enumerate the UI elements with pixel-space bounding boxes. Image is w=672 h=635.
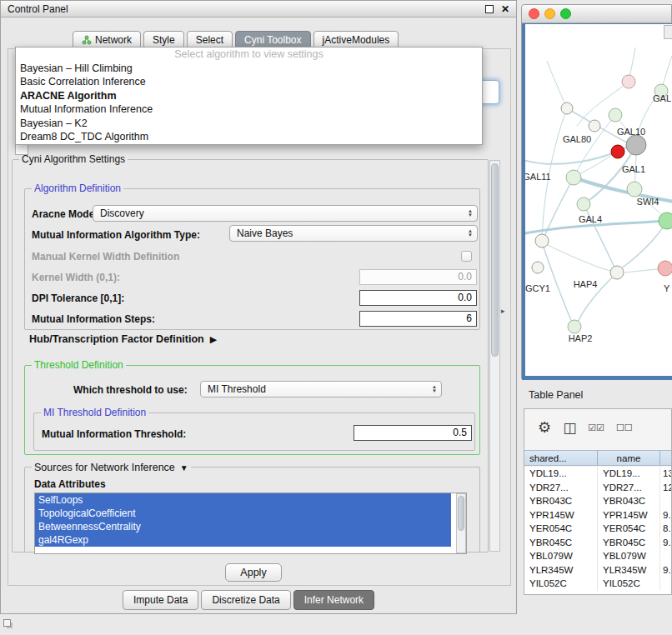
menu-item[interactable]: Bayesian – Hill Climbing (16, 62, 482, 76)
splitter-arrow-icon[interactable]: ▸ (501, 307, 505, 315)
network-node[interactable] (622, 75, 635, 88)
settings-scrollbar[interactable] (489, 160, 500, 552)
network-node[interactable] (577, 198, 590, 211)
tab-discretize-data[interactable]: Discretize Data (201, 590, 290, 610)
select-all-checks-icon[interactable]: ☑☑ (588, 422, 604, 433)
table-row[interactable]: YBR045C YBR045C 9. (524, 536, 672, 550)
mi-algorithm-type-select[interactable]: Naive Bayes ▲▼ (229, 225, 478, 242)
which-threshold-select[interactable]: MI Threshold ▲▼ (200, 381, 442, 398)
control-panel-titlebar[interactable]: Control Panel ✕ (1, 1, 516, 18)
network-graph[interactable]: GAL80 GAL10 GAL1 GAL11 SWI4 GAL4 GCY1 HA… (525, 24, 672, 376)
tab-impute-data[interactable]: Impute Data (123, 590, 198, 610)
list-item[interactable]: TopologicalCoefficient (35, 507, 451, 520)
zoom-traffic-light[interactable] (560, 8, 571, 19)
table-row[interactable]: YDR27... YDR27... 12 (524, 481, 672, 495)
close-icon[interactable]: ✕ (501, 4, 509, 14)
canvas-scrollbar-button[interactable] (664, 25, 672, 39)
network-node-labels: GAL80 GAL10 GAL1 GAL11 SWI4 GAL4 GCY1 HA… (525, 93, 671, 343)
list-item[interactable]: BetweennessCentrality (35, 520, 451, 533)
network-node[interactable] (568, 320, 581, 333)
desktop: Control Panel ✕ Network Style Se (0, 0, 672, 635)
menu-item[interactable]: Mutual Information Inference (16, 102, 482, 117)
columns-icon[interactable]: ◫ (563, 419, 576, 437)
network-node[interactable] (532, 262, 544, 273)
table-panel: Table Panel ⚙ ◫ ☑☑ ☐☐ shared... name YDL… (521, 385, 672, 612)
cell-value (660, 549, 672, 563)
column-header[interactable]: shared... (524, 451, 598, 465)
menu-item[interactable]: Basic Correlation Inference (16, 75, 482, 89)
mi-steps-label: Mutual Information Steps: (32, 312, 155, 326)
table-header-row: shared... name (524, 450, 672, 466)
node-label: GAL80 (563, 134, 591, 144)
combo-arrows-icon: ▲▼ (468, 229, 473, 238)
table-row[interactable]: YIL052C YIL052C (524, 577, 672, 591)
table-toolbar: ⚙ ◫ ☑☑ ☐☐ (524, 409, 672, 446)
cell-value: 9. (660, 563, 672, 578)
kernel-width-input[interactable] (359, 269, 477, 285)
mi-steps-input[interactable] (359, 311, 477, 327)
network-node[interactable] (610, 266, 624, 279)
network-node[interactable] (589, 120, 600, 132)
tab-label: jActiveModules (323, 34, 390, 46)
tab-label: Style (153, 34, 175, 46)
table-row[interactable]: YPR145W YPR145W 9. (524, 508, 672, 522)
network-window-titlebar[interactable] (522, 5, 671, 23)
cyni-algorithm-settings-group: Cyni Algorithm Settings Algorithm Defini… (12, 159, 489, 552)
network-node-highlighted[interactable] (611, 145, 624, 158)
node-label: GAL10 (617, 127, 645, 137)
manual-kernel-width-checkbox[interactable] (461, 251, 472, 262)
menu-item-selected[interactable]: ARACNE Algorithm (16, 89, 482, 103)
table-row[interactable]: YDL19... YDL19... 13 (524, 467, 672, 481)
cell-name: YER054C (598, 522, 660, 536)
close-traffic-light[interactable] (529, 8, 539, 19)
network-canvas[interactable]: GAL80 GAL10 GAL1 GAL11 SWI4 GAL4 GCY1 HA… (525, 24, 672, 376)
list-item[interactable]: gal4RGexp (35, 533, 451, 547)
table-row[interactable]: YBL079W YBL079W (524, 549, 672, 563)
column-header[interactable] (660, 451, 672, 465)
settings-scrollbar-thumb[interactable] (491, 163, 499, 357)
float-window-icon[interactable] (485, 5, 494, 13)
menu-item[interactable]: Dream8 DC_TDC Algorithm (16, 130, 482, 144)
menu-item[interactable]: Bayesian – K2 (16, 117, 482, 131)
group-title: Threshold Definition (32, 359, 126, 372)
hidden-widget-fragment (15, 143, 28, 155)
hub-tf-section-toggle[interactable]: Hub/Transcription Factor Definition ▶ (29, 332, 217, 346)
network-node[interactable] (535, 234, 549, 248)
list-item[interactable]: SelfLoops (35, 493, 451, 507)
table-row[interactable]: YLR345W YLR345W 9. (524, 563, 672, 578)
data-attributes-list[interactable]: SelfLoops TopologicalCoefficient Between… (34, 492, 467, 554)
aracne-mode-select[interactable]: Discovery ▲▼ (93, 205, 478, 222)
tab-label: Network (95, 34, 132, 46)
node-label: Y (664, 283, 670, 293)
gear-icon[interactable]: ⚙ (538, 418, 551, 437)
cell-value (660, 577, 672, 591)
resize-grip-icon[interactable] (3, 619, 11, 627)
dpi-tolerance-input[interactable] (359, 290, 477, 306)
cell-shared-name: YBR043C (524, 494, 598, 508)
network-node[interactable] (561, 102, 573, 114)
list-scrollbar[interactable] (456, 493, 466, 553)
cell-value: 12 (660, 481, 672, 495)
network-view-frame: GAL80 GAL10 GAL1 GAL11 SWI4 GAL4 GCY1 HA… (522, 23, 672, 380)
table-row[interactable]: YBR043C YBR043C (524, 494, 672, 508)
network-node-hub[interactable] (626, 135, 646, 155)
cell-shared-name: YBL079W (524, 549, 598, 563)
list-scrollbar-thumb[interactable] (458, 496, 464, 531)
table-rows[interactable]: YDL19... YDL19... 13 YDR27... YDR27... 1… (524, 467, 672, 595)
sources-section-toggle[interactable]: Sources for Network Inference ▼ (32, 461, 191, 474)
minimize-traffic-light[interactable] (544, 8, 555, 19)
deselect-all-checks-icon[interactable]: ☐☐ (616, 422, 633, 433)
data-attributes-label: Data Attributes (34, 478, 106, 491)
apply-button[interactable]: Apply (225, 563, 282, 582)
tab-label: Impute Data (133, 594, 188, 606)
network-node[interactable] (627, 182, 642, 197)
network-node[interactable] (659, 212, 672, 229)
table-row[interactable]: YER054C YER054C 8. (524, 522, 672, 536)
tab-infer-network[interactable]: Infer Network (293, 590, 374, 610)
column-header[interactable]: name (598, 451, 660, 465)
network-node[interactable] (566, 170, 581, 185)
network-node[interactable] (609, 108, 622, 122)
mi-algorithm-type-label: Mutual Information Algorithm Type: (32, 228, 200, 242)
mi-threshold-input[interactable] (354, 425, 472, 441)
network-node[interactable] (658, 261, 672, 276)
